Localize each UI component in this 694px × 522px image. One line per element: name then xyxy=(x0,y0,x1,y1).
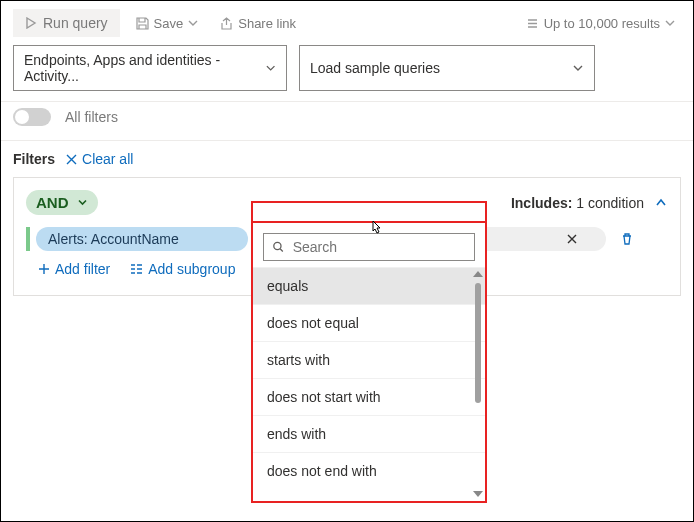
scroll-up-icon[interactable] xyxy=(473,271,483,277)
includes-count: 1 condition xyxy=(576,195,644,211)
main-toolbar: Run query Save Share link Up to 10,000 r… xyxy=(1,1,693,45)
trash-icon xyxy=(620,232,634,246)
dropdown-search[interactable] xyxy=(263,233,475,261)
share-icon xyxy=(220,17,233,30)
delete-condition-button[interactable] xyxy=(620,232,634,246)
dropdown-search-input[interactable] xyxy=(291,238,466,256)
list-icon xyxy=(526,17,539,30)
plus-icon xyxy=(38,263,50,275)
dropdown-scrollbar[interactable] xyxy=(473,271,483,497)
chevron-down-icon xyxy=(265,62,276,74)
share-label: Share link xyxy=(238,16,296,31)
results-label: Up to 10,000 results xyxy=(544,16,660,31)
all-filters-toggle[interactable] xyxy=(13,108,51,126)
chevron-down-icon xyxy=(77,197,88,208)
filters-header: Filters Clear all xyxy=(1,141,693,177)
clear-all-button[interactable]: Clear all xyxy=(65,151,133,167)
all-filters-row: All filters xyxy=(1,101,693,141)
load-sample-select[interactable]: Load sample queries xyxy=(299,45,595,91)
save-icon xyxy=(136,17,149,30)
save-button[interactable]: Save xyxy=(130,15,205,32)
add-subgroup-label: Add subgroup xyxy=(148,261,235,277)
run-query-button[interactable]: Run query xyxy=(13,9,120,37)
operator-option[interactable]: does not end with xyxy=(253,452,485,489)
operator-option-list: equals does not equal starts with does n… xyxy=(253,267,485,501)
group-operator-label: AND xyxy=(36,194,69,211)
chevron-down-icon xyxy=(188,18,198,28)
run-query-label: Run query xyxy=(43,15,108,31)
condition-field-label: Alerts: AccountName xyxy=(48,231,179,247)
scroll-down-icon[interactable] xyxy=(473,491,483,497)
search-icon xyxy=(272,240,285,254)
clear-value-icon[interactable] xyxy=(566,233,578,245)
play-icon xyxy=(25,17,37,29)
scroll-thumb[interactable] xyxy=(475,283,481,403)
share-link-button[interactable]: Share link xyxy=(214,15,302,32)
close-icon xyxy=(65,153,78,166)
includes-label: Includes: xyxy=(511,195,572,211)
filters-title: Filters xyxy=(13,151,55,167)
add-subgroup-button[interactable]: Add subgroup xyxy=(130,261,235,277)
add-filter-label: Add filter xyxy=(55,261,110,277)
scope-row: Endpoints, Apps and identities - Activit… xyxy=(1,45,693,101)
scope-select[interactable]: Endpoints, Apps and identities - Activit… xyxy=(13,45,287,91)
includes-summary: Includes: 1 condition xyxy=(511,195,668,211)
clear-all-label: Clear all xyxy=(82,151,133,167)
chevron-down-icon xyxy=(665,18,675,28)
svg-point-0 xyxy=(274,242,281,249)
operator-option[interactable]: does not start with xyxy=(253,378,485,415)
condition-field-pill[interactable]: Alerts: AccountName xyxy=(36,227,248,251)
operator-dropdown: equals does not equal starts with does n… xyxy=(251,221,487,503)
operator-option[interactable]: does not equal xyxy=(253,304,485,341)
chevron-down-icon xyxy=(572,62,584,74)
subgroup-icon xyxy=(130,263,143,275)
group-operator-pill[interactable]: AND xyxy=(26,190,98,215)
all-filters-label: All filters xyxy=(65,109,118,125)
save-label: Save xyxy=(154,16,184,31)
scope-label: Endpoints, Apps and identities - Activit… xyxy=(24,52,265,84)
app-frame: Run query Save Share link Up to 10,000 r… xyxy=(0,0,694,522)
results-limit-button[interactable]: Up to 10,000 results xyxy=(520,15,681,32)
load-sample-label: Load sample queries xyxy=(310,60,440,76)
add-filter-button[interactable]: Add filter xyxy=(38,261,110,277)
operator-option[interactable]: starts with xyxy=(253,341,485,378)
operator-option[interactable]: ends with xyxy=(253,415,485,452)
operator-option[interactable]: equals xyxy=(253,267,485,304)
chevron-up-icon[interactable] xyxy=(654,196,668,210)
